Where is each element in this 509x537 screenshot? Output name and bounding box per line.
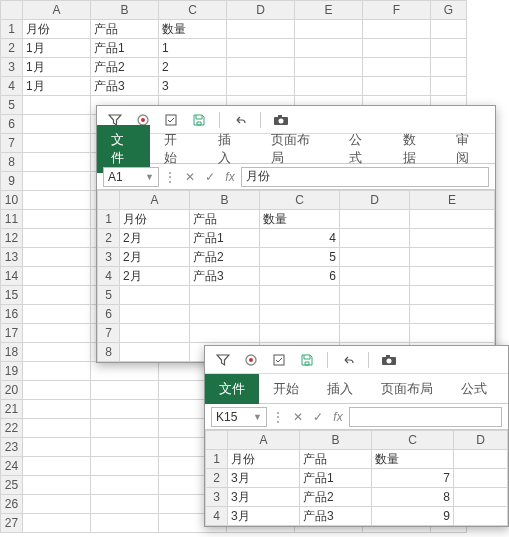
row-header[interactable]: 5 <box>1 96 23 115</box>
cell[interactable] <box>431 39 467 58</box>
cell[interactable] <box>190 305 260 324</box>
cell[interactable] <box>295 77 363 96</box>
cell[interactable] <box>363 39 431 58</box>
cell[interactable] <box>227 77 295 96</box>
row-header[interactable]: 10 <box>1 191 23 210</box>
cell[interactable] <box>91 476 159 495</box>
row-header[interactable]: 1 <box>1 20 23 39</box>
cancel-icon[interactable]: ✕ <box>183 170 197 184</box>
row-header[interactable]: 4 <box>1 77 23 96</box>
enter-icon[interactable]: ✓ <box>311 410 325 424</box>
cell[interactable] <box>190 324 260 343</box>
row-header[interactable]: 1 <box>98 210 120 229</box>
cell[interactable]: 产品2 <box>190 248 260 267</box>
cell[interactable]: 2月 <box>120 267 190 286</box>
col-header[interactable]: B <box>190 191 260 210</box>
cell[interactable] <box>410 324 495 343</box>
cell[interactable] <box>23 343 91 362</box>
col-header[interactable]: D <box>454 431 508 450</box>
col-header[interactable]: A <box>23 1 91 20</box>
tab-file[interactable]: 文件 <box>205 374 259 404</box>
cell[interactable] <box>120 324 190 343</box>
tab-layout[interactable]: 页面布局 <box>257 125 336 173</box>
fx-icon[interactable]: fx <box>331 410 345 424</box>
inner-spreadsheet[interactable]: A B C D 1月份产品数量 23月产品17 33月产品28 43月产品39 <box>205 430 508 526</box>
cancel-icon[interactable]: ✕ <box>291 410 305 424</box>
row-header[interactable]: 23 <box>1 438 23 457</box>
col-header[interactable]: F <box>363 1 431 20</box>
row-header[interactable]: 2 <box>98 229 120 248</box>
cell[interactable]: 产品3 <box>190 267 260 286</box>
cell[interactable]: 2月 <box>120 229 190 248</box>
cell[interactable] <box>410 210 495 229</box>
col-header[interactable]: G <box>431 1 467 20</box>
row-header[interactable]: 21 <box>1 400 23 419</box>
cell[interactable] <box>91 362 159 381</box>
col-header[interactable]: A <box>228 431 300 450</box>
cell[interactable]: 1月 <box>23 39 91 58</box>
workbook-window-1[interactable]: 文件 开始 插入 页面布局 公式 数据 审阅 A1▼ ⋮ ✕ ✓ fx 月份 A… <box>96 105 496 363</box>
row-header[interactable]: 17 <box>1 324 23 343</box>
row-header[interactable]: 1 <box>206 450 228 469</box>
cell[interactable]: 产品1 <box>91 39 159 58</box>
select-all-corner[interactable] <box>98 191 120 210</box>
cell[interactable] <box>91 438 159 457</box>
col-header[interactable]: B <box>91 1 159 20</box>
row-header[interactable]: 24 <box>1 457 23 476</box>
row-header[interactable]: 8 <box>1 153 23 172</box>
row-header[interactable]: 19 <box>1 362 23 381</box>
cell[interactable] <box>23 419 91 438</box>
row-header[interactable]: 6 <box>1 115 23 134</box>
row-header[interactable]: 3 <box>1 58 23 77</box>
formula-input[interactable]: 月份 <box>241 167 489 187</box>
row-header[interactable]: 3 <box>206 488 228 507</box>
cell[interactable]: 产品 <box>300 450 372 469</box>
cell[interactable] <box>23 400 91 419</box>
cell[interactable] <box>23 267 91 286</box>
inner-spreadsheet[interactable]: A B C D E 1月份产品数量 22月产品14 32月产品25 42月产品3… <box>97 190 495 362</box>
row-header[interactable]: 2 <box>206 469 228 488</box>
select-all-corner[interactable] <box>1 1 23 20</box>
chevron-down-icon[interactable]: ▼ <box>253 412 262 422</box>
cell[interactable]: 6 <box>260 267 340 286</box>
cell[interactable] <box>363 58 431 77</box>
cell[interactable] <box>227 58 295 77</box>
col-header[interactable]: C <box>260 191 340 210</box>
cell[interactable] <box>340 267 410 286</box>
tab-home[interactable]: 开始 <box>150 125 203 173</box>
col-header[interactable]: E <box>295 1 363 20</box>
cell[interactable]: 3月 <box>228 507 300 526</box>
cell[interactable]: 产品3 <box>300 507 372 526</box>
cell[interactable]: 数量 <box>159 20 227 39</box>
cell[interactable]: 产品 <box>91 20 159 39</box>
row-header[interactable]: 5 <box>98 286 120 305</box>
select-icon[interactable] <box>271 352 287 368</box>
row-header[interactable]: 2 <box>1 39 23 58</box>
row-header[interactable]: 4 <box>206 507 228 526</box>
tab-insert[interactable]: 插入 <box>313 374 367 404</box>
cell[interactable]: 5 <box>260 248 340 267</box>
cell[interactable]: 数量 <box>260 210 340 229</box>
col-header[interactable]: E <box>410 191 495 210</box>
cell[interactable] <box>120 305 190 324</box>
row-header[interactable]: 6 <box>98 305 120 324</box>
cell[interactable] <box>340 248 410 267</box>
cell[interactable]: 3月 <box>228 469 300 488</box>
tab-formula[interactable]: 公式 <box>335 125 388 173</box>
cell[interactable] <box>260 305 340 324</box>
cell[interactable] <box>340 286 410 305</box>
cell[interactable] <box>340 210 410 229</box>
filter-icon[interactable] <box>215 352 231 368</box>
row-header[interactable]: 9 <box>1 172 23 191</box>
enter-icon[interactable]: ✓ <box>203 170 217 184</box>
cell[interactable] <box>295 58 363 77</box>
cell[interactable] <box>91 495 159 514</box>
cell[interactable] <box>23 210 91 229</box>
cell[interactable] <box>23 115 91 134</box>
col-header[interactable]: D <box>340 191 410 210</box>
cell[interactable] <box>23 457 91 476</box>
cell[interactable]: 产品2 <box>91 58 159 77</box>
cell[interactable] <box>227 20 295 39</box>
row-header[interactable]: 16 <box>1 305 23 324</box>
ellipsis-icon[interactable]: ⋮ <box>271 410 285 424</box>
